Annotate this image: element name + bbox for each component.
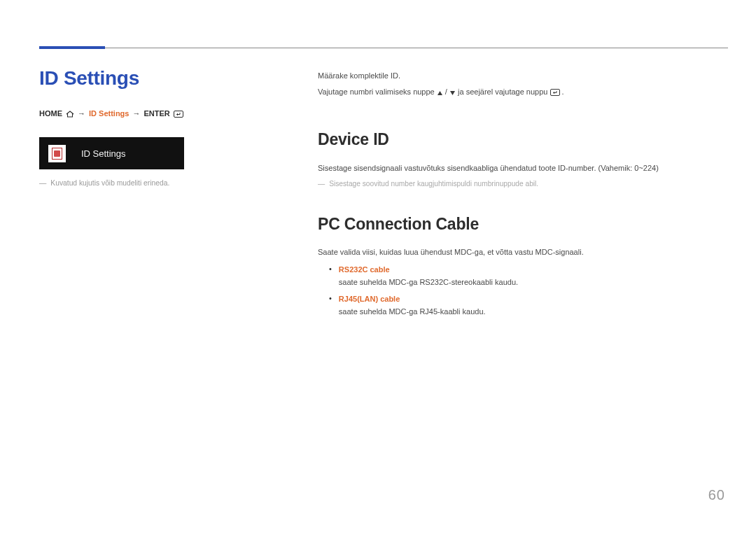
bullet-icon: • (329, 264, 332, 288)
breadcrumb-arrow: → (78, 109, 85, 118)
bullet-text-rs232c: saate suhelda MDC-ga RS232C-stereokaabli… (339, 276, 518, 288)
intro-line-1: Määrake komplektile ID. (318, 70, 710, 82)
breadcrumb-home: HOME (39, 109, 62, 118)
left-column: ID Settings HOME → ID Settings → ENTER I… (39, 67, 195, 187)
horizontal-rule (39, 48, 728, 48)
bullet-icon: • (329, 293, 332, 317)
bullet-text-rj45: saate suhelda MDC-ga RJ45-kaabli kaudu. (339, 306, 486, 318)
screenshot-label: ID Settings (81, 148, 126, 159)
bullet-title-rs232c: RS232C cable (339, 264, 518, 276)
ui-screenshot-tile: ID Settings (39, 137, 184, 169)
device-id-text: Sisestage sisendsignaali vastuvõtuks sis… (318, 162, 710, 174)
down-triangle-icon (447, 87, 458, 96)
list-item: • RJ45(LAN) cable saate suhelda MDC-ga R… (318, 293, 710, 317)
pc-connection-text: Saate valida viisi, kuidas luua ühendust… (318, 246, 710, 258)
list-item: • RS232C cable saate suhelda MDC-ga RS23… (318, 264, 710, 288)
bullet-title-rj45: RJ45(LAN) cable (339, 293, 486, 305)
horizontal-rule-accent (39, 46, 105, 49)
id-settings-icon (48, 145, 66, 162)
enter-icon (550, 87, 562, 96)
enter-icon (174, 109, 183, 118)
intro-line-2: Vajutage numbri valimiseks nuppe / ja se… (318, 86, 710, 98)
home-icon (66, 109, 74, 118)
page-number: 60 (708, 487, 725, 503)
intro2-part-b: ja seejärel vajutage nuppu (458, 87, 550, 96)
note-dash-icon: ― (318, 178, 325, 190)
breadcrumb-current: ID Settings (89, 109, 129, 118)
breadcrumb-enter: ENTER (144, 109, 169, 118)
intro2-part-c: . (562, 87, 564, 96)
right-column: Määrake komplektile ID. Vajutage numbri … (318, 70, 710, 317)
section-heading-device-id: Device ID (318, 127, 710, 153)
up-triangle-icon (437, 87, 445, 96)
page-title: ID Settings (39, 67, 195, 90)
breadcrumb-arrow: → (132, 109, 140, 118)
intro2-part-a: Vajutage numbri valimiseks nuppe (318, 87, 437, 96)
breadcrumb: HOME → ID Settings → ENTER (39, 109, 195, 118)
section-heading-pc-connection: PC Connection Cable (318, 212, 710, 237)
screenshot-note: ― Kuvatud kujutis võib mudeliti erineda. (39, 179, 195, 187)
device-id-subnote: ― Sisestage soovitud number kaugjuhtimis… (318, 178, 710, 190)
device-id-subnote-text: Sisestage soovitud number kaugjuhtimispu… (329, 178, 538, 190)
note-text: Kuvatud kujutis võib mudeliti erineda. (50, 179, 169, 187)
note-dash-icon: ― (39, 179, 46, 187)
